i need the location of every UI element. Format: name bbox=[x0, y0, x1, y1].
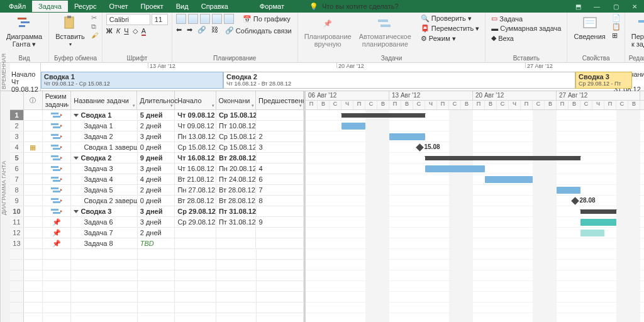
table-row[interactable] bbox=[10, 313, 304, 322]
table-row[interactable]: 3Задача 23 днейПн 13.08.12Ср 15.08.122 bbox=[10, 131, 304, 142]
on-schedule-button[interactable]: 📅По графику bbox=[241, 14, 292, 24]
table-row[interactable]: 2Задача 12 днейЧт 09.08.12Пт 10.08.12 bbox=[10, 121, 304, 131]
col-pred[interactable]: Предшественни▾ bbox=[256, 91, 304, 109]
indent-50[interactable] bbox=[200, 14, 210, 24]
tab-report[interactable]: Отчет bbox=[103, 1, 134, 12]
svg-rect-3 bbox=[65, 17, 74, 28]
minimize-icon[interactable]: — bbox=[587, 3, 606, 10]
gantt-milestone[interactable] bbox=[571, 197, 579, 205]
col-name[interactable]: Название задачи▾ bbox=[71, 91, 137, 109]
tab-file[interactable]: Файл bbox=[3, 1, 32, 12]
indent-75[interactable] bbox=[212, 14, 222, 24]
table-row[interactable]: 12📌Задача 72 дней bbox=[10, 228, 304, 238]
font-name[interactable]: Calibri bbox=[106, 14, 150, 25]
tab-format[interactable]: Формат bbox=[253, 1, 291, 12]
indent-icon[interactable]: ➡ bbox=[187, 26, 192, 35]
table-row[interactable] bbox=[10, 270, 304, 281]
unlink-icon[interactable]: ⛓ bbox=[211, 26, 218, 35]
link-icon[interactable]: 🔗 bbox=[197, 26, 206, 35]
scroll-to-task-button[interactable]: Перейти к задаче bbox=[629, 14, 644, 49]
svg-rect-20 bbox=[53, 158, 60, 160]
gantt-chart[interactable]: 06 Авг '1213 Авг '1220 Авг '1227 Авг '12… bbox=[306, 91, 644, 322]
move-button[interactable]: 📮Переместить ▾ bbox=[419, 24, 481, 33]
tab-help[interactable]: Справка bbox=[195, 1, 235, 12]
task-icon: ▭ bbox=[491, 14, 497, 23]
font-size[interactable]: 11 bbox=[152, 14, 168, 25]
font-color-icon[interactable]: А bbox=[142, 27, 146, 36]
table-row[interactable]: 13📌Задача 8TBD bbox=[10, 238, 304, 249]
ribbon-toggle-icon[interactable]: ⬒ bbox=[569, 3, 587, 10]
gantt-bar[interactable] bbox=[485, 176, 533, 183]
format-painter-icon[interactable]: 🖌 bbox=[91, 31, 98, 39]
details-icon[interactable]: 📋 bbox=[612, 23, 621, 31]
underline-icon[interactable]: Ч bbox=[124, 27, 128, 36]
copy-icon[interactable]: ⧉ bbox=[91, 23, 98, 31]
gantt-bar[interactable] bbox=[389, 133, 425, 140]
group-label-tasks: Задачи bbox=[302, 55, 482, 63]
table-row[interactable] bbox=[10, 281, 304, 292]
table-row[interactable]: 7Задача 44 днейВт 21.08.12Пт 24.08.126 bbox=[10, 174, 304, 185]
information-button[interactable]: Сведения bbox=[571, 14, 608, 42]
col-duration[interactable]: Длительнос▾ bbox=[137, 91, 175, 109]
bold-icon[interactable]: Ж bbox=[106, 27, 113, 36]
timeline-bar-1[interactable]: Сводка 1Чт 09.08.12 - Ср 15.08.12 bbox=[41, 72, 223, 89]
close-icon[interactable]: ✕ bbox=[625, 3, 644, 10]
col-end[interactable]: Окончани▾ bbox=[216, 91, 256, 109]
table-row[interactable]: 10Сводка 33 днейСр 29.08.12Пт 31.08.12 bbox=[10, 206, 304, 217]
table-row[interactable] bbox=[10, 292, 304, 303]
auto-schedule-button[interactable]: Автоматическое планирование bbox=[357, 14, 414, 49]
timeline-body[interactable]: 13 Авг '12 20 Авг '12 27 Авг '12 Сводка … bbox=[40, 63, 613, 91]
col-info[interactable]: ⓘ bbox=[24, 91, 43, 109]
table-row[interactable]: 8Задача 52 днейПн 27.08.12Вт 28.08.127 bbox=[10, 185, 304, 196]
gantt-bar[interactable] bbox=[580, 230, 604, 236]
manual-schedule-button[interactable]: 📌Планирование вручную bbox=[302, 14, 354, 49]
indent-25[interactable] bbox=[188, 14, 198, 24]
table-row[interactable]: 4▦Сводка 1 завершена0 днейСр 15.08.12Ср … bbox=[10, 142, 304, 153]
tab-project[interactable]: Проект bbox=[135, 1, 170, 12]
indent-0[interactable] bbox=[176, 14, 186, 24]
maximize-icon[interactable]: ▢ bbox=[606, 3, 625, 10]
col-select[interactable] bbox=[10, 91, 24, 109]
cut-icon[interactable]: ✂ bbox=[91, 14, 98, 22]
tab-task[interactable]: Задача bbox=[32, 1, 68, 12]
gantt-bar[interactable] bbox=[341, 113, 425, 118]
outdent-icon[interactable]: ⬅ bbox=[176, 26, 182, 35]
group-label-font: Шрифт bbox=[106, 55, 168, 63]
gantt-bar[interactable] bbox=[580, 219, 616, 226]
table-row[interactable]: 1Сводка 15 днейЧт 09.08.12Ср 15.08.12 bbox=[10, 110, 304, 121]
gantt-bar[interactable] bbox=[425, 156, 580, 160]
tell-me[interactable]: 💡Что вы хотите сделать? bbox=[309, 3, 399, 11]
task-insert-button[interactable]: ▭Задача bbox=[489, 14, 563, 23]
gantt-milestone[interactable] bbox=[416, 143, 424, 152]
italic-icon[interactable]: К bbox=[116, 27, 120, 36]
addcol-icon[interactable]: ⊞ bbox=[612, 31, 621, 40]
mode-button[interactable]: ⚙Режим ▾ bbox=[419, 34, 481, 43]
table-row[interactable]: 5Сводка 29 днейЧт 16.08.12Вт 28.08.12 bbox=[10, 153, 304, 164]
respect-links-button[interactable]: 🔗Соблюдать связи bbox=[223, 26, 294, 35]
indent-100[interactable] bbox=[224, 14, 234, 24]
tab-view[interactable]: Вид bbox=[170, 1, 195, 12]
gantt-bar[interactable] bbox=[341, 123, 365, 130]
col-start[interactable]: Начало▾ bbox=[175, 91, 216, 109]
table-row[interactable]: 11📌Задача 63 днейСр 29.08.12Пт 31.08.129 bbox=[10, 217, 304, 228]
gantt-chart-button[interactable]: Диаграмма Ганта ▾ bbox=[4, 14, 45, 50]
gantt-bar[interactable] bbox=[580, 209, 616, 214]
milestone-insert-button[interactable]: ◆Веха bbox=[489, 33, 563, 43]
table-row[interactable]: 9Сводка 2 завершена0 днейВт 28.08.12Вт 2… bbox=[10, 196, 304, 206]
inspect-button[interactable]: 🔍Проверить ▾ bbox=[419, 14, 481, 23]
timeline-bar-3[interactable]: Сводка 3Ср 29.08.12 - Пт 31.08.12 bbox=[575, 72, 632, 89]
timeline-bar-2[interactable]: Сводка 2Чт 16.08.12 - Вт 28.08.12 bbox=[223, 72, 575, 89]
gantt-bar[interactable] bbox=[557, 187, 580, 194]
table-row[interactable] bbox=[10, 260, 304, 270]
notes-icon[interactable]: 📄 bbox=[612, 14, 621, 22]
col-mode[interactable]: Режим задачи▾ bbox=[43, 91, 72, 109]
fill-color-icon[interactable]: ◇ bbox=[133, 27, 138, 36]
table-row[interactable] bbox=[10, 249, 304, 260]
summary-insert-button[interactable]: ▬Суммарная задача bbox=[489, 24, 563, 33]
gantt-bar[interactable] bbox=[425, 165, 485, 172]
tab-resource[interactable]: Ресурс bbox=[68, 1, 103, 12]
paste-button[interactable]: Вставить▾ bbox=[53, 14, 87, 48]
timeline-tick: 27 Авг '12 bbox=[525, 63, 553, 68]
table-row[interactable]: 6Задача 33 днейЧт 16.08.12Пн 20.08.124 bbox=[10, 164, 304, 174]
table-row[interactable] bbox=[10, 303, 304, 313]
